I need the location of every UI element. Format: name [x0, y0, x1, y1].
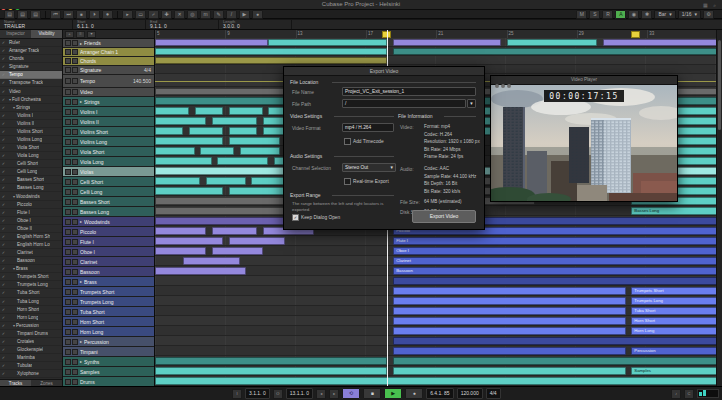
tool-button-3[interactable]: ✚	[161, 10, 172, 19]
solo-button[interactable]	[72, 49, 78, 55]
mute-button[interactable]	[65, 129, 71, 135]
lane-flute-i[interactable]: Flute I	[155, 236, 722, 246]
solo-button[interactable]	[72, 279, 78, 285]
track-header-viola-long[interactable]: Viola Long	[63, 157, 154, 167]
vertical-scrollbar[interactable]	[716, 30, 722, 386]
visibility-item-violins-i[interactable]: ✓Violins I	[0, 112, 62, 120]
time-signature-display[interactable]: 4/4	[486, 388, 501, 399]
check-icon[interactable]: ✓	[0, 274, 7, 279]
folder-icon[interactable]: ▸	[80, 99, 82, 104]
mute-button[interactable]	[65, 109, 71, 115]
solo-button[interactable]	[72, 199, 78, 205]
check-icon[interactable]: ✓	[0, 234, 7, 239]
visibility-item-bassoon[interactable]: ✓Bassoon	[0, 257, 62, 265]
visibility-item-marimba[interactable]: ✓Marimba	[0, 354, 62, 362]
check-icon[interactable]: ✓	[0, 185, 7, 190]
forward-button[interactable]: ▸	[329, 389, 339, 399]
visibility-item-trumpets-short[interactable]: ✓Trumpets Short	[0, 273, 62, 281]
folder-icon[interactable]: ▸	[80, 41, 82, 46]
tab-visibility[interactable]: Visibility	[31, 30, 62, 38]
visibility-item-violins-ii[interactable]: ✓Violins II	[0, 120, 62, 128]
mute-button[interactable]	[65, 269, 71, 275]
toggle-button-3[interactable]: A	[615, 10, 626, 19]
event-clip[interactable]: Oboe I	[393, 247, 722, 255]
track-header-brass[interactable]: ▸Brass	[63, 277, 154, 287]
event-clip[interactable]	[212, 117, 257, 125]
track-header-chords[interactable]: Chords	[63, 57, 154, 66]
mute-button[interactable]	[65, 219, 71, 225]
event-clip[interactable]	[393, 337, 722, 345]
check-icon[interactable]: ✓	[0, 242, 7, 247]
info-field-name[interactable]: NameTRAILER	[0, 20, 73, 29]
event-clip[interactable]	[393, 39, 501, 46]
event-clip[interactable]	[393, 297, 625, 305]
solo-button[interactable]	[72, 179, 78, 185]
solo-button[interactable]	[72, 189, 78, 195]
check-icon[interactable]: ✓	[0, 129, 7, 134]
lane-clarinet[interactable]: Clarinet	[155, 256, 722, 266]
event-clip[interactable]	[155, 367, 387, 375]
file-path-input[interactable]: /	[342, 99, 466, 108]
mute-button[interactable]	[65, 249, 71, 255]
lane-tuba-short[interactable]: Tuba Short	[155, 306, 722, 316]
check-icon[interactable]: ✓	[0, 121, 7, 126]
check-icon[interactable]: ✓	[0, 315, 7, 320]
event-clip[interactable]	[240, 147, 280, 155]
mute-button[interactable]	[65, 319, 71, 325]
event-clip[interactable]: Flute I	[393, 237, 722, 245]
mute-button[interactable]	[65, 119, 71, 125]
visibility-item-strings[interactable]: ✓▾Strings	[0, 104, 62, 112]
event-clip[interactable]	[189, 127, 223, 135]
mute-button[interactable]	[65, 379, 71, 385]
check-icon[interactable]: ✓	[0, 323, 7, 328]
lane-drums[interactable]	[155, 376, 722, 386]
event-clip[interactable]	[155, 137, 223, 145]
cycle-button[interactable]: ⟲	[342, 388, 360, 399]
track-header-percussion[interactable]: ▸Percussion	[63, 337, 154, 347]
event-clip[interactable]: Clarinet	[393, 257, 722, 265]
visibility-item-horn-long[interactable]: ✓Horn Long	[0, 314, 62, 322]
toggle-button-5[interactable]: ✱	[641, 10, 652, 19]
solo-button[interactable]	[72, 209, 78, 215]
check-icon[interactable]: ✓	[0, 64, 7, 69]
visibility-item-oboe-ii[interactable]: ✓Oboe II	[0, 225, 62, 233]
check-icon[interactable]: ✓	[0, 363, 7, 368]
video-window-buttons[interactable]	[494, 76, 512, 94]
solo-button[interactable]	[72, 239, 78, 245]
lane-timpani[interactable]: Percussion	[155, 346, 722, 356]
solo-button[interactable]	[72, 78, 78, 84]
check-icon[interactable]: ✓	[0, 105, 7, 110]
visibility-item-trumpets-long[interactable]: ✓Trumpets Long	[0, 281, 62, 289]
event-clip[interactable]	[507, 39, 598, 46]
visibility-item-xylophone[interactable]: ✓Xylophone	[0, 370, 62, 378]
event-clip[interactable]: Trumpets Short	[631, 287, 722, 295]
mute-button[interactable]	[65, 67, 71, 73]
event-clip[interactable]	[212, 247, 263, 255]
mute-button[interactable]	[65, 149, 71, 155]
event-clip[interactable]	[155, 237, 223, 245]
snap-type-select[interactable]: Bar▾	[654, 10, 675, 19]
solo-button[interactable]	[72, 149, 78, 155]
visibility-item-crotales[interactable]: ✓Crotales	[0, 338, 62, 346]
event-clip[interactable]: Samples	[631, 367, 722, 375]
track-header-synths[interactable]: ▸Synths	[63, 357, 154, 367]
visibility-item-clarinet[interactable]: ✓Clarinet	[0, 249, 62, 257]
transport-mini-3[interactable]: ⏵	[89, 10, 100, 19]
check-icon[interactable]: ✓	[0, 72, 7, 77]
mute-button[interactable]	[65, 279, 71, 285]
rewind-button[interactable]: ◂	[316, 389, 326, 399]
track-header-violins-ii[interactable]: Violins II	[63, 117, 154, 127]
event-clip[interactable]	[393, 367, 625, 375]
mute-button[interactable]	[65, 78, 71, 84]
check-icon[interactable]: ✓	[0, 177, 7, 182]
event-clip[interactable]	[155, 247, 206, 255]
mute-button[interactable]	[65, 299, 71, 305]
transport-mini-4[interactable]: ⏺	[102, 10, 113, 19]
check-icon[interactable]: ✓	[0, 282, 7, 287]
visibility-item-celli-long[interactable]: ✓Celli Long	[0, 168, 62, 176]
track-header-trumpets-long[interactable]: Trumpets Long	[63, 297, 154, 307]
mute-button[interactable]	[65, 309, 71, 315]
check-icon[interactable]: ✓	[0, 80, 7, 85]
mute-button[interactable]	[65, 369, 71, 375]
mute-button[interactable]	[65, 179, 71, 185]
